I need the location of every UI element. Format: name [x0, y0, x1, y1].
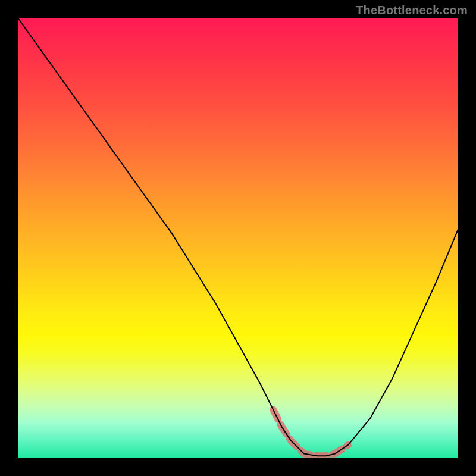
highlight-dash-icon: [273, 410, 348, 456]
watermark-text: TheBottleneck.com: [356, 4, 468, 17]
chart-frame: TheBottleneck.com: [0, 0, 476, 476]
curve-layer: [18, 18, 458, 458]
plot-area: [18, 18, 458, 458]
highlight-overlay: [273, 410, 348, 456]
bottleneck-curve-line: [18, 18, 458, 456]
